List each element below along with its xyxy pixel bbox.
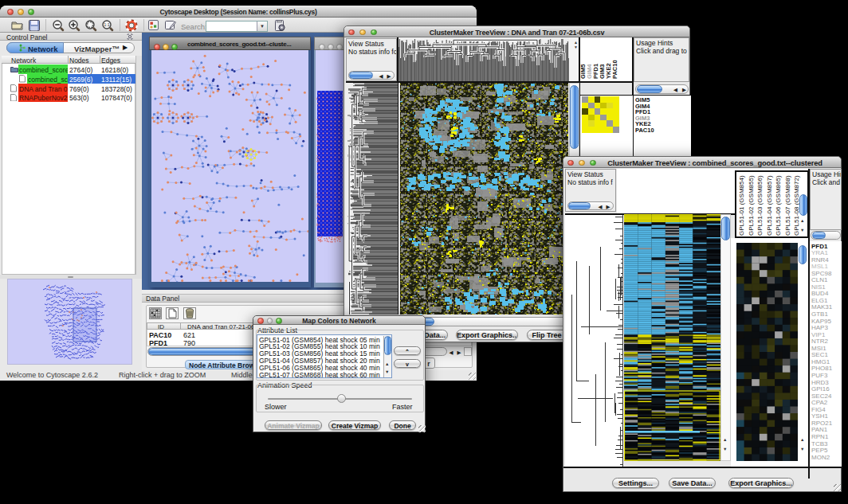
svg-text:GPL51-06 (GSM865): GPL51-06 (GSM865): [775, 175, 782, 236]
svg-text:1:1: 1:1: [104, 22, 110, 27]
svg-text:GPL51-07 (GSM868): GPL51-07 (GSM868): [784, 175, 791, 236]
svg-text:GPL51-04 (GSM857): GPL51-04 (GSM857): [766, 175, 773, 236]
svg-text:GPL51-03 (GSM856): GPL51-03 (GSM856): [756, 175, 764, 236]
svg-text:GPL51-01 (GSM854): GPL51-01 (GSM854): [738, 175, 745, 236]
svg-text:GPL51-02 (GSM855): GPL51-02 (GSM855): [748, 175, 755, 236]
svg-text:PAC10: PAC10: [611, 60, 618, 79]
